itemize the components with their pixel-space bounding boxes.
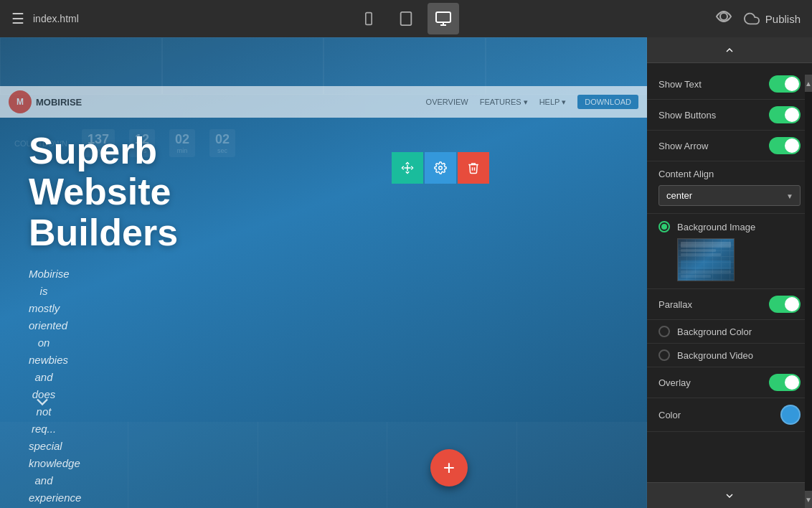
bottom-5 — [519, 422, 647, 508]
bottom-thumbnails — [0, 422, 647, 508]
float-toolbar — [392, 152, 489, 184]
bg-image-label: Background Image — [677, 222, 755, 232]
filename: index.html — [33, 13, 79, 24]
settings-panel: Show Text Show Buttons Show Arrow — [647, 37, 812, 508]
delete-block-button[interactable] — [458, 152, 489, 184]
main-area: M MOBIRISE OVERVIEW FEATURES ▾ HELP ▾ DO… — [0, 37, 812, 508]
canvas: M MOBIRISE OVERVIEW FEATURES ▾ HELP ▾ DO… — [0, 37, 647, 508]
parallax-label: Parallax — [658, 299, 692, 310]
toggle-thumb — [785, 77, 799, 91]
countdown-min: 02 min — [169, 129, 195, 157]
topbar: ☰ index.html Publi — [0, 0, 812, 37]
parallax-row: Parallax — [647, 289, 812, 320]
bg-video-radio[interactable] — [658, 349, 670, 361]
show-text-label: Show Text — [658, 79, 702, 90]
svg-rect-0 — [366, 13, 372, 25]
scrollbar-up[interactable]: ▲ — [805, 75, 812, 92]
show-arrow-toggle[interactable] — [769, 137, 801, 154]
down-arrow-button[interactable] — [29, 389, 55, 415]
overlay-toggle[interactable] — [769, 374, 801, 391]
svg-point-7 — [720, 13, 727, 20]
countdown-sec: 02 sec — [209, 129, 235, 157]
toggle-thumb — [785, 297, 799, 311]
bottom-3 — [260, 422, 388, 508]
bg-color-radio[interactable] — [658, 326, 670, 337]
content-align-label: Content Align — [658, 169, 801, 179]
nav-links: OVERVIEW FEATURES ▾ HELP ▾ DOWNLOAD — [426, 95, 638, 109]
topbar-left: ☰ index.html — [11, 10, 79, 27]
nav-features: FEATURES ▾ — [480, 98, 528, 107]
bg-image-thumbnail[interactable] — [677, 238, 735, 281]
show-arrow-row: Show Arrow — [647, 131, 812, 161]
bottom-1 — [0, 422, 128, 508]
show-buttons-label: Show Buttons — [658, 110, 716, 121]
color-label: Color — [658, 410, 681, 420]
publish-button[interactable]: Publish — [744, 11, 801, 27]
publish-label: Publish — [765, 13, 801, 25]
topbar-center — [353, 3, 459, 34]
nav-help: HELP ▾ — [539, 98, 567, 107]
overlay-label: Overlay — [658, 377, 691, 388]
hero-title: Superb Website Builders — [29, 131, 59, 254]
thumb-detail — [678, 239, 734, 281]
hamburger-icon[interactable]: ☰ — [11, 10, 24, 27]
svg-rect-4 — [436, 12, 450, 22]
toggle-thumb — [785, 108, 799, 122]
show-text-toggle[interactable] — [769, 75, 801, 93]
scrollbar-down[interactable]: ▼ — [805, 491, 812, 508]
add-block-fab[interactable]: + — [430, 449, 468, 486]
logo: M MOBIRISE — [9, 90, 82, 113]
show-text-row: Show Text — [647, 69, 812, 100]
show-buttons-row: Show Buttons — [647, 100, 812, 131]
content-align-select[interactable]: left center right — [658, 185, 801, 206]
background-color-row[interactable]: Background Color — [647, 320, 812, 344]
nav-download: DOWNLOAD — [577, 95, 638, 109]
bg-image-row: Background Image — [658, 221, 801, 232]
bottom-2 — [130, 422, 258, 508]
toggle-thumb — [785, 375, 799, 390]
toggle-thumb — [785, 138, 799, 153]
show-arrow-label: Show Arrow — [658, 141, 708, 151]
brand-name: MOBIRISE — [36, 97, 82, 108]
panel-scroll-down[interactable] — [647, 482, 812, 508]
svg-rect-2 — [401, 12, 412, 25]
device-mobile-btn[interactable] — [353, 3, 384, 34]
bg-video-label: Background Video — [677, 350, 753, 361]
svg-point-10 — [439, 166, 443, 170]
device-desktop-btn[interactable] — [428, 3, 459, 34]
logo-icon: M — [9, 90, 32, 113]
nav-overview: OVERVIEW — [426, 98, 468, 106]
parallax-toggle[interactable] — [769, 296, 801, 313]
block-settings-button[interactable] — [425, 152, 456, 184]
color-swatch[interactable] — [780, 405, 801, 425]
background-image-section: Background Image — [647, 214, 812, 289]
content-align-wrapper: left center right — [658, 185, 801, 206]
move-block-button[interactable] — [392, 152, 423, 184]
overlay-row: Overlay — [647, 367, 812, 398]
topbar-right: Publish — [715, 8, 801, 29]
color-row: Color — [647, 398, 812, 432]
cloud-icon — [744, 11, 760, 27]
device-tablet-btn[interactable] — [390, 3, 422, 34]
simulated-navbar: M MOBIRISE OVERVIEW FEATURES ▾ HELP ▾ DO… — [0, 86, 647, 118]
background-video-row[interactable]: Background Video — [647, 344, 812, 367]
panel-content: Show Text Show Buttons Show Arrow — [647, 63, 812, 482]
show-buttons-toggle[interactable] — [769, 106, 801, 123]
bg-image-radio[interactable] — [658, 221, 670, 232]
preview-icon[interactable] — [715, 8, 732, 29]
bg-color-label: Background Color — [677, 326, 752, 337]
content-align-section: Content Align left center right — [647, 161, 812, 214]
panel-scroll-up[interactable] — [647, 37, 812, 63]
outer-scrollbar: ▲ ▼ — [805, 75, 812, 508]
